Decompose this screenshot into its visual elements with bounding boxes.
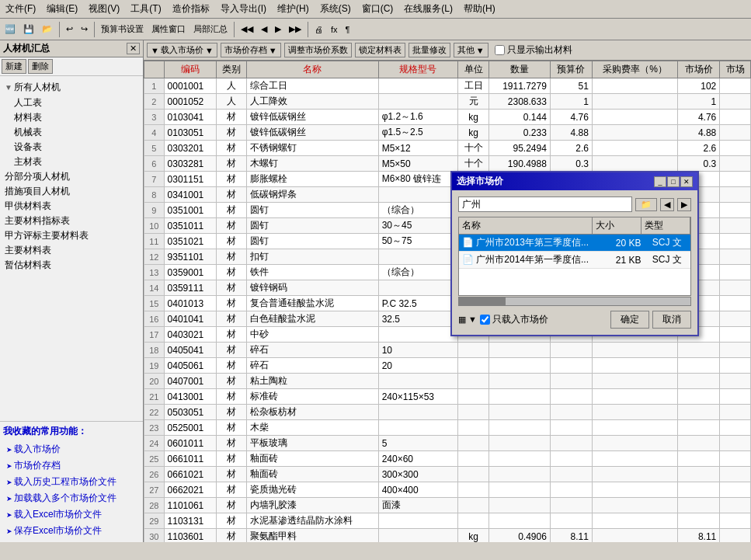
nav-last-btn[interactable]: ▶▶ [286, 23, 304, 36]
delete-tree-btn[interactable]: 删除 [28, 59, 53, 74]
table-row[interactable]: 20 0407001 材 粘土陶粒 [144, 374, 751, 389]
col-qty[interactable]: 数量 [488, 61, 550, 78]
print-btn[interactable]: 🖨 [311, 23, 326, 36]
col-budget[interactable]: 预算价 [550, 61, 592, 78]
menu-file[interactable]: 文件(F) [3, 2, 38, 16]
budget-settings-btn[interactable]: 预算书设置 [98, 22, 147, 37]
table-row[interactable]: 5 0303201 材 不锈钢螺钉 M5×12 十个 95.2494 2.6 2… [144, 141, 751, 156]
tree-item-material[interactable]: 材料表 [12, 110, 140, 125]
dialog-cancel-btn[interactable]: 取消 [652, 311, 691, 329]
col-name[interactable]: 名称 [247, 61, 378, 78]
file-list[interactable]: 📄 广州市2013年第三季度信... 20 KB SCJ 文 📄 广州市2014… [458, 234, 691, 296]
tree-item-measure[interactable]: 措施项目人材机 [3, 184, 140, 199]
dialog-folder-btn[interactable]: 📁 [635, 198, 657, 211]
tree-item-labor[interactable]: 人工表 [12, 96, 140, 110]
tree-item-owner-supply[interactable]: 甲供材料表 [3, 199, 140, 214]
fav-load-market[interactable]: 载入市场价 [3, 441, 140, 457]
menu-window[interactable]: 窗口(C) [360, 2, 396, 16]
menu-edit[interactable]: 编辑(E) [44, 2, 80, 16]
menu-help[interactable]: 帮助(H) [461, 2, 498, 16]
tree-root[interactable]: ▼ 所有人材机 [3, 79, 140, 96]
para-btn[interactable]: ¶ [342, 23, 353, 36]
undo-btn[interactable]: ↩ [63, 23, 76, 36]
dialog-maximize-btn[interactable]: □ [667, 176, 680, 187]
table-row[interactable]: 2 0001052 人 人工降效 元 2308.633 1 1 [144, 94, 751, 110]
tree-item-mainmaterial[interactable]: 主材表 [12, 155, 140, 169]
file-list-scrollbar[interactable] [458, 297, 691, 306]
tree-item-all[interactable]: 所有人材机 [14, 81, 61, 94]
new-tree-btn[interactable]: 新建 [2, 59, 26, 74]
dialog-ok-btn[interactable]: 确定 [610, 311, 649, 329]
fav-load-excel[interactable]: 载入Excel市场价文件 [3, 506, 140, 523]
dialog-nav-back-btn[interactable]: ◀ [660, 198, 674, 211]
dialog-close-btn[interactable]: ✕ [680, 176, 693, 187]
menu-system[interactable]: 系统(S) [318, 2, 353, 16]
left-panel-close-btn[interactable]: ✕ [127, 43, 140, 54]
menu-maintenance[interactable]: 维护(H) [275, 2, 311, 16]
redo-btn[interactable]: ↪ [78, 23, 91, 36]
tree-item-section[interactable]: 分部分项人材机 [3, 169, 140, 184]
table-row[interactable]: 3 0103041 材 镀锌低碳钢丝 φ1.2～1.6 kg 0.144 4.7… [144, 110, 751, 125]
table-row[interactable]: 25 0661011 材 釉面砖 240×60 [144, 451, 751, 467]
tree-item-key-material[interactable]: 主要材料表 [3, 243, 140, 258]
table-row[interactable]: 18 0405041 材 碎石 10 [144, 343, 751, 358]
table-row[interactable]: 19 0405061 材 碎石 20 [144, 358, 751, 374]
col-rate[interactable]: 采购费率（%） [592, 61, 677, 78]
table-row[interactable]: 4 0103051 材 镀锌低碳钢丝 φ1.5～2.5 kg 0.233 4.8… [144, 125, 751, 141]
table-row[interactable]: 6 0303281 材 木螺钉 M5×50 十个 190.4988 0.3 0.… [144, 156, 751, 172]
table-row[interactable]: 28 1101061 材 内墙乳胶漆 面漆 [144, 498, 751, 513]
cell-market [678, 467, 720, 482]
menu-view[interactable]: 视图(V) [86, 2, 122, 16]
tree-item-equipment[interactable]: 设备表 [12, 140, 140, 155]
adjust-factor-btn[interactable]: 调整市场价系数 [284, 43, 352, 57]
menu-tools[interactable]: 工具(T) [128, 2, 163, 16]
table-row[interactable]: 29 1103131 材 水泥基渗透结晶防水涂料 [144, 513, 751, 529]
menu-importexport[interactable]: 导入导出(I) [218, 2, 269, 16]
table-row[interactable]: 22 0503051 材 松杂板枋材 [144, 405, 751, 420]
table-row[interactable]: 27 0662021 材 瓷质抛光砖 400×400 [144, 482, 751, 498]
nav-first-btn[interactable]: ◀◀ [238, 23, 256, 36]
col-spec[interactable]: 规格型号 [378, 61, 458, 78]
table-row[interactable]: 21 0413001 材 标准砖 240×115×53 [144, 389, 751, 405]
dialog-minimize-btn[interactable]: _ [654, 176, 666, 187]
table-row[interactable]: 24 0601011 材 平板玻璃 5 [144, 436, 751, 451]
save-btn[interactable]: 💾 [20, 23, 37, 36]
batch-modify-btn[interactable]: 批量修改 [409, 43, 450, 57]
table-row[interactable]: 26 0661021 材 釉面砖 300×300 [144, 467, 751, 482]
col-market[interactable]: 市场价 [678, 61, 720, 78]
fav-load-multiple[interactable]: 加载载入多个市场价文件 [3, 490, 140, 506]
tree-item-key-index[interactable]: 主要材料指标表 [3, 214, 140, 228]
fav-save-excel[interactable]: 保存Excel市场价文件 [3, 523, 140, 539]
col-code[interactable]: 编码 [164, 61, 216, 78]
load-only-checkbox[interactable] [480, 315, 490, 325]
file-list-item[interactable]: 📄 广州市2013年第三季度信... 20 KB SCJ 文 [459, 235, 690, 252]
others-btn[interactable]: 其他 ▼ [454, 43, 488, 57]
open-btn[interactable]: 📂 [39, 23, 56, 36]
calc-btn[interactable]: fx [328, 23, 341, 36]
col-market2[interactable]: 市场 [720, 61, 751, 78]
nav-next-btn[interactable]: ▶ [272, 23, 284, 36]
table-row[interactable]: 1 0001001 人 综合工日 工日 1911.7279 51 102 [144, 78, 751, 94]
fav-load-history[interactable]: 载入历史工程市场价文件 [3, 474, 140, 490]
col-unit[interactable]: 单位 [458, 61, 489, 78]
table-row[interactable]: 23 0525001 材 木柴 [144, 420, 751, 436]
nav-prev-btn[interactable]: ◀ [258, 23, 270, 36]
dialog-nav-fwd-btn[interactable]: ▶ [677, 198, 691, 211]
local-summary-btn[interactable]: 局部汇总 [190, 22, 231, 37]
table-row[interactable]: 30 1103601 材 聚氨酯甲料 kg 0.4906 8.11 8.11 [144, 529, 751, 543]
lock-material-btn[interactable]: 锁定材料表 [355, 43, 405, 57]
menu-online[interactable]: 在线服务(L) [402, 2, 455, 16]
tree-item-machine[interactable]: 机械表 [12, 125, 140, 140]
col-type[interactable]: 类别 [216, 61, 247, 78]
tree-item-owner-eval[interactable]: 甲方评标主要材料表 [3, 228, 140, 243]
tree-item-estimated[interactable]: 暂估材料表 [3, 258, 140, 273]
file-list-item[interactable]: 📄 广州市2014年第一季度信... 21 KB SCJ 文 [459, 252, 690, 269]
fav-market-archive[interactable]: 市场价存档 [3, 457, 140, 474]
properties-btn[interactable]: 属性窗口 [148, 22, 189, 37]
menu-costindex[interactable]: 造价指标 [170, 2, 212, 16]
dialog-location-input[interactable] [458, 197, 632, 212]
market-archive-btn[interactable]: 市场价存档 ▼ [221, 43, 281, 57]
new-btn[interactable]: 🆕 [2, 23, 19, 36]
show-output-checkbox[interactable] [495, 45, 505, 55]
load-market-btn[interactable]: ▼ 载入市场价 ▼ [147, 43, 217, 57]
